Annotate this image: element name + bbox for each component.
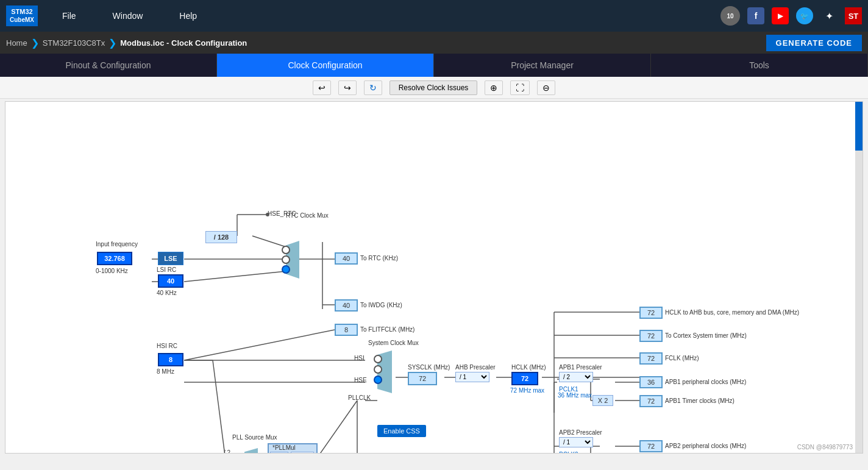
menu-window[interactable]: Window <box>113 11 143 21</box>
svg-line-45 <box>313 401 357 453</box>
apb1-prescaler-label: APB1 Prescaler <box>559 364 602 371</box>
div128-box[interactable]: / 128 <box>205 231 237 243</box>
sysclk-label: SYSCLK (MHz) <box>408 364 450 371</box>
generate-code-button[interactable]: GENERATE CODE <box>766 35 862 51</box>
fclk-label: FCLK (MHz) <box>665 355 699 361</box>
sysclk-value[interactable]: 72 <box>408 372 437 385</box>
tab-bar: Pinout & Configuration Clock Configurati… <box>0 54 868 77</box>
pll-mul-select[interactable]: X 9 <box>291 452 314 454</box>
tab-project[interactable]: Project Manager <box>434 54 651 77</box>
hclk-ahb-label: HCLK to AHB bus, core, memory and DMA (M… <box>665 309 799 316</box>
svg-line-13 <box>184 330 335 360</box>
cortex-timer-label: To Cortex System timer (MHz) <box>665 332 747 339</box>
lsi-value-box[interactable]: 40 <box>158 274 183 288</box>
sys-mux-circle-2[interactable] <box>374 365 382 374</box>
top-nav: STM32 CubeMX File Window Help 10 f ▶ 🐦 ✦… <box>0 0 868 32</box>
fclk-value[interactable]: 72 <box>639 352 663 365</box>
apb1-x2-box: X 2 <box>592 395 613 406</box>
clock-diagram-canvas: Input frequency 32.768 0-1000 KHz LSE LS… <box>5 101 863 454</box>
logo-area[interactable]: STM32 CubeMX <box>6 5 38 26</box>
resolve-clock-issues-button[interactable]: Resolve Clock Issues <box>390 80 478 95</box>
breadcrumb-home[interactable]: Home <box>6 38 27 48</box>
apb2-periph-value[interactable]: 72 <box>639 440 663 452</box>
tab-clock[interactable]: Clock Configuration <box>217 54 434 77</box>
lse-box[interactable]: LSE <box>158 252 183 265</box>
input-freq-1-range: 0-1000 KHz <box>96 268 128 274</box>
pllclk-label: PLLCLK <box>348 394 371 401</box>
menu-file[interactable]: File <box>62 11 76 21</box>
iwdg-output-value[interactable]: 40 <box>335 299 358 312</box>
flitfclk-value[interactable]: 8 <box>335 324 358 336</box>
ahb-prescaler-label: AHB Prescaler <box>455 364 496 371</box>
apb1-periph-value[interactable]: 36 <box>639 376 663 388</box>
apb2-prescaler-label: APB2 Prescaler <box>559 429 602 436</box>
rtc-mux-circle-1[interactable] <box>282 246 290 254</box>
fit-button[interactable]: ⛶ <box>510 80 530 95</box>
input-freq-1-label: Input frequency <box>96 241 138 247</box>
watermark: CSDN @849879773 <box>797 444 853 450</box>
enable-css-button[interactable]: Enable CSS <box>377 425 426 437</box>
rtc-mux-circle-2[interactable] <box>282 255 290 264</box>
toolbar: ↩ ↪ ↻ Resolve Clock Issues ⊕ ⛶ ⊖ <box>0 77 868 99</box>
pll-mul-value[interactable]: 8 <box>270 452 288 454</box>
rtc-output-value[interactable]: 40 <box>335 252 358 265</box>
pll-src-circle-1[interactable] <box>241 453 249 454</box>
pll-mul-label: *PLLMul <box>272 444 296 451</box>
pclk1-max: 36 MHz max <box>558 392 592 399</box>
tab-pinout[interactable]: Pinout & Configuration <box>0 54 217 77</box>
hclk-label: HCLK (MHz) <box>511 364 546 371</box>
zoom-in-button[interactable]: ⊕ <box>485 80 503 95</box>
hclk-value[interactable]: 72 <box>511 372 538 385</box>
redo-button[interactable]: ↪ <box>338 80 357 95</box>
st-icon[interactable]: ST <box>845 7 862 24</box>
social-icons: 10 f ▶ 🐦 ✦ ST <box>720 6 862 26</box>
rtc-mux-circle-3[interactable] <box>282 265 290 274</box>
hsi-box[interactable]: 8 <box>158 353 183 366</box>
scrollbar-thumb[interactable] <box>855 102 863 151</box>
apb2-prescaler-select[interactable]: / 1 <box>559 437 593 447</box>
menu-help[interactable]: Help <box>179 11 197 21</box>
hse-sys-label: HSE <box>354 377 367 383</box>
svg-line-40 <box>213 360 225 453</box>
rtc-mux-label: RTC Clock Mux <box>286 212 329 219</box>
network-icon[interactable]: ✦ <box>820 7 838 24</box>
svg-line-8 <box>184 271 286 282</box>
breadcrumb-bar: Home ❯ STM32F103C8Tx ❯ Modbus.ioc - Cloc… <box>0 32 868 54</box>
vertical-scrollbar[interactable] <box>855 102 863 453</box>
hclk-max: 72 MHz max <box>510 387 544 394</box>
youtube-icon[interactable]: ▶ <box>772 7 789 24</box>
apb1-periph-label: APB1 peripheral clocks (MHz) <box>665 379 746 385</box>
ahb-prescaler-select[interactable]: / 1 <box>455 372 489 382</box>
breadcrumb-current: Modbus.ioc - Clock Configuration <box>120 38 247 48</box>
logo: STM32 CubeMX <box>6 5 38 26</box>
hsi-unit-label: 8 MHz <box>157 368 174 375</box>
nav-menu: File Window Help <box>62 11 720 21</box>
svg-line-6 <box>252 236 286 247</box>
zoom-out-button[interactable]: ⊖ <box>537 80 555 95</box>
to-flitfclk-label: To FLITFCLK (MHz) <box>360 326 414 333</box>
refresh-button[interactable]: ↻ <box>364 80 382 95</box>
pclk2-label: PCLK2 <box>559 451 578 454</box>
version-badge: 10 <box>720 6 740 26</box>
breadcrumb-device[interactable]: STM32F103C8Tx <box>43 38 105 48</box>
undo-button[interactable]: ↩ <box>313 80 331 95</box>
lsi-unit-label: 40 KHz <box>157 290 177 296</box>
sys-clk-mux-label: System Clock Mux <box>368 340 419 346</box>
facebook-icon[interactable]: f <box>747 7 764 24</box>
sys-mux-circle-3[interactable] <box>374 376 382 384</box>
sys-mux-circle-1[interactable] <box>374 355 382 363</box>
apb1-timer-label: APB1 Timer clocks (MHz) <box>665 397 735 404</box>
hclk-ahb-value[interactable]: 72 <box>639 307 663 319</box>
input-freq-1-value[interactable]: 32.768 <box>97 252 132 265</box>
hsi-mux-label: HSI <box>354 355 365 361</box>
pll-source-mux-label: PLL Source Mux <box>232 434 277 441</box>
apb1-prescaler-select[interactable]: / 2 <box>559 372 593 382</box>
apb2-periph-label: APB2 peripheral clocks (MHz) <box>665 443 746 449</box>
apb1-timer-value[interactable]: 72 <box>639 395 663 407</box>
tab-tools[interactable]: Tools <box>651 54 868 77</box>
hsi-div2-label: / 2 <box>224 449 230 454</box>
usb-prescaler-label: USB Prescaler <box>359 453 399 454</box>
cortex-timer-value[interactable]: 72 <box>639 330 663 342</box>
twitter-icon[interactable]: 🐦 <box>796 7 813 24</box>
to-iwdg-label: To IWDG (KHz) <box>360 302 402 308</box>
